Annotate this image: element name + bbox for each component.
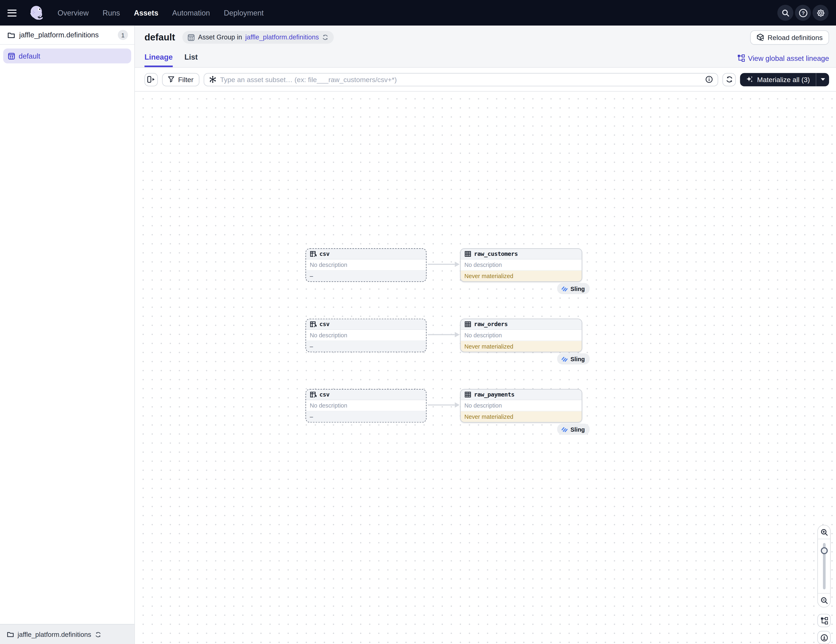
materialize-options-caret[interactable] xyxy=(816,73,829,86)
search-icon[interactable] xyxy=(777,5,793,21)
folder-icon xyxy=(7,631,14,638)
asset-group-icon xyxy=(8,52,15,59)
node-status-never-materialized: Never materialized xyxy=(461,411,582,422)
sidebar-project-row[interactable]: jaffle_platform.definitions 1 xyxy=(0,26,134,45)
refresh-icon xyxy=(725,76,733,83)
table-icon xyxy=(464,251,471,258)
panel-expand-icon xyxy=(147,76,155,83)
sling-kind-badge-1[interactable]: Sling xyxy=(557,283,589,294)
funnel-icon xyxy=(168,76,174,83)
sling-kind-badge-2[interactable]: Sling xyxy=(557,353,589,364)
node-title: raw_orders xyxy=(474,321,508,328)
nav-actions: ? xyxy=(777,5,829,21)
external-table-icon xyxy=(310,251,317,258)
node-status-never-materialized: Never materialized xyxy=(461,271,582,281)
app-root: Overview Runs Assets Automation Deployme… xyxy=(0,0,836,644)
reload-definitions-label: Reload definitions xyxy=(767,33,823,41)
nav-item-assets[interactable]: Assets xyxy=(134,8,158,17)
lineage-edge-1 xyxy=(428,262,460,267)
folder-icon xyxy=(8,31,15,39)
lineage-canvas[interactable]: csv No description – xyxy=(135,92,836,644)
toggle-sidebar-panel-button[interactable] xyxy=(144,73,158,86)
sling-kind-badge-3[interactable]: Sling xyxy=(557,424,589,435)
filter-label: Filter xyxy=(178,75,193,83)
zoom-out-icon[interactable] xyxy=(818,593,830,607)
sidebar-footer: jaffle_platform.definitions xyxy=(0,624,134,644)
materialize-all-button[interactable]: Materialize all (3) xyxy=(740,73,816,86)
node-title: raw_payments xyxy=(474,391,514,398)
tab-lineage[interactable]: Lineage xyxy=(144,49,173,67)
nav-item-automation[interactable]: Automation xyxy=(172,8,210,17)
materialize-all-split-button: Materialize all (3) xyxy=(740,73,829,86)
sparkle-icon xyxy=(746,76,753,83)
help-icon[interactable]: ? xyxy=(795,5,811,21)
node-description: No description xyxy=(461,330,582,341)
lineage-edge-2 xyxy=(428,332,460,337)
badge-definitions-link[interactable]: jaffle_platform.definitions xyxy=(245,34,319,41)
tabs-bar: Lineage List View global asset lineage xyxy=(135,49,836,67)
table-icon xyxy=(464,321,471,328)
search-input[interactable] xyxy=(220,75,702,83)
asset-node-csv-3[interactable]: csv No description – xyxy=(305,389,426,422)
external-table-icon xyxy=(310,391,317,398)
page-header: default Asset Group in jaffle_platform.d… xyxy=(135,26,836,68)
rearrange-graph-icon[interactable] xyxy=(817,614,831,627)
view-global-asset-lineage-link[interactable]: View global asset lineage xyxy=(737,54,829,62)
nav-item-overview[interactable]: Overview xyxy=(58,8,89,17)
sidebar-project-name: jaffle_platform.definitions xyxy=(19,31,99,39)
zoom-slider-knob[interactable] xyxy=(820,547,828,554)
node-status: – xyxy=(306,271,426,281)
asset-node-raw-orders[interactable]: raw_orders No description Never material… xyxy=(460,319,582,352)
asset-node-raw-customers[interactable]: raw_customers No description Never mater… xyxy=(460,248,582,282)
node-description: No description xyxy=(306,259,426,271)
node-status: – xyxy=(306,411,426,422)
sync-icon[interactable] xyxy=(322,34,328,41)
kind-badge-label: Sling xyxy=(570,426,585,432)
settings-gear-icon[interactable] xyxy=(813,5,828,21)
lineage-toolbar: Filter xyxy=(135,68,836,91)
top-nav: Overview Runs Assets Automation Deployme… xyxy=(0,0,836,26)
node-title: csv xyxy=(319,251,330,258)
reload-location-icon[interactable] xyxy=(95,631,101,637)
reload-definitions-button[interactable]: Reload definitions xyxy=(750,30,829,44)
primary-nav: Overview Runs Assets Automation Deployme… xyxy=(58,8,264,17)
asset-node-csv-1[interactable]: csv No description – xyxy=(305,248,426,282)
canvas-controls xyxy=(817,525,831,644)
asset-group-badge: Asset Group in jaffle_platform.definitio… xyxy=(183,31,334,44)
asset-count-badge: 1 xyxy=(118,30,128,40)
info-icon[interactable] xyxy=(705,76,713,83)
node-description: No description xyxy=(461,400,582,411)
nav-item-runs[interactable]: Runs xyxy=(103,8,120,17)
nav-item-deployment[interactable]: Deployment xyxy=(224,8,264,17)
external-table-icon xyxy=(310,321,317,328)
filter-button[interactable]: Filter xyxy=(162,73,199,86)
node-description: No description xyxy=(306,400,426,411)
node-title: csv xyxy=(319,321,330,328)
asset-node-raw-payments[interactable]: raw_payments No description Never materi… xyxy=(460,389,582,422)
dagster-octopus-logo[interactable] xyxy=(28,4,45,21)
materialize-all-label: Materialize all (3) xyxy=(757,75,810,83)
kind-badge-label: Sling xyxy=(570,356,585,362)
node-title: raw_customers xyxy=(474,251,518,258)
sidebar: jaffle_platform.definitions 1 default ja… xyxy=(0,26,135,644)
zoom-slider[interactable] xyxy=(818,539,830,593)
chevron-down-icon xyxy=(820,78,825,81)
asset-node-csv-2[interactable]: csv No description – xyxy=(305,319,426,352)
node-title: csv xyxy=(319,391,330,398)
refresh-graph-button[interactable] xyxy=(722,73,736,86)
cube-reload-icon xyxy=(756,34,764,41)
node-status: – xyxy=(306,341,426,352)
sidebar-item-default[interactable]: default xyxy=(3,48,131,63)
node-status-never-materialized: Never materialized xyxy=(461,341,582,352)
lineage-edge-3 xyxy=(428,402,460,408)
kind-badge-label: Sling xyxy=(570,285,585,292)
hamburger-menu-icon[interactable] xyxy=(8,5,23,21)
zoom-in-icon[interactable] xyxy=(818,525,830,539)
sling-icon xyxy=(562,426,568,432)
page-title: default xyxy=(144,32,175,43)
main-content: default Asset Group in jaffle_platform.d… xyxy=(135,26,836,644)
tab-list[interactable]: List xyxy=(185,49,198,67)
download-image-icon[interactable] xyxy=(817,631,831,644)
sling-icon xyxy=(562,286,568,292)
node-description: No description xyxy=(306,330,426,341)
